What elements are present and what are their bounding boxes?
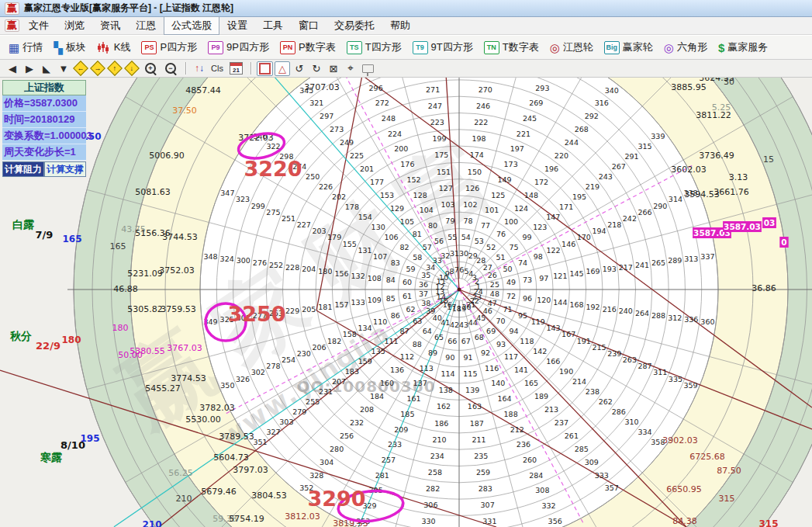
P四方形-icon: PS: [141, 41, 157, 54]
presentation-button[interactable]: [360, 61, 376, 76]
svg-text:221: 221: [517, 130, 530, 138]
calc-support-button[interactable]: 计算支撑: [44, 161, 86, 177]
nav-right-button[interactable]: ▶: [22, 61, 37, 76]
nav-up-button[interactable]: ◣: [39, 61, 54, 76]
menu-logo-icon: 赢: [5, 19, 19, 32]
menu-item-设置[interactable]: 设置: [219, 16, 255, 35]
svg-text:100: 100: [504, 217, 518, 226]
toolbar-button-六角形[interactable]: ◎六角形: [658, 39, 713, 56]
gann-wheel-canvas[interactable]: 赢家财富www.yingjiaQQ:1008003601234567891011…: [0, 0, 812, 527]
svg-text:126: 126: [465, 184, 479, 192]
menu-item-工具[interactable]: 工具: [255, 16, 291, 35]
svg-text:254: 254: [282, 355, 295, 364]
clear-button[interactable]: Cls: [209, 61, 226, 76]
nav-down-button[interactable]: ▼: [56, 61, 71, 76]
svg-text:3811.22: 3811.22: [696, 110, 731, 120]
板块-icon: ▚: [54, 42, 63, 54]
calc-resistance-button[interactable]: 计算阻力: [2, 161, 44, 177]
svg-text:53: 53: [475, 237, 484, 245]
toolbar-button-江恩轮[interactable]: ◎江恩轮: [544, 39, 599, 56]
svg-text:176: 176: [400, 160, 414, 168]
六角形-icon: ◎: [664, 42, 674, 54]
svg-text:196: 196: [544, 165, 558, 173]
svg-text:57: 57: [423, 243, 432, 251]
menu-item-江恩[interactable]: 江恩: [128, 16, 164, 35]
pan-left-button[interactable]: ←: [73, 61, 88, 76]
toolbar-button-赢家服务[interactable]: $赢家服务: [713, 39, 773, 56]
draw-square-button[interactable]: [257, 61, 273, 76]
svg-text:292: 292: [585, 112, 599, 120]
menu-item-资讯[interactable]: 资讯: [92, 16, 128, 35]
svg-text:114: 114: [441, 369, 455, 378]
svg-text:163: 163: [468, 402, 482, 411]
calendar-button[interactable]: 21: [227, 61, 245, 76]
svg-text:秋分: 秋分: [9, 330, 32, 342]
svg-text:67: 67: [461, 337, 471, 345]
svg-text:5530.00: 5530.00: [185, 414, 221, 425]
svg-text:68: 68: [475, 333, 484, 342]
rotate-cw-button[interactable]: ↻: [309, 61, 324, 76]
svg-text:120: 120: [537, 296, 551, 304]
toolbar-button-P四方形[interactable]: PSP四方形: [136, 39, 202, 56]
rotate-ccw-button[interactable]: ↺: [292, 61, 307, 76]
svg-text:339: 339: [651, 132, 665, 140]
svg-text:175: 175: [434, 151, 448, 159]
menu-item-交易委托[interactable]: 交易委托: [327, 16, 382, 35]
svg-text:192: 192: [586, 303, 600, 311]
svg-text:108: 108: [368, 274, 382, 283]
svg-text:316: 316: [595, 99, 609, 107]
svg-text:70: 70: [496, 317, 506, 325]
svg-text:161: 161: [406, 394, 420, 403]
toolbar-label: P数字表: [299, 40, 336, 54]
svg-text:5604.73: 5604.73: [213, 452, 249, 463]
info-row-1: 时间=20180129: [2, 112, 86, 128]
center-view-button[interactable]: ⌖: [343, 61, 358, 76]
svg-text:96: 96: [523, 294, 532, 303]
toolbar-button-9P四方形[interactable]: P99P四方形: [202, 39, 275, 56]
svg-text:69: 69: [486, 327, 496, 335]
svg-text:115: 115: [463, 369, 477, 378]
zoom-out-button[interactable]: −: [161, 61, 180, 76]
svg-text:315: 315: [719, 494, 735, 504]
toolbar-button-T数字表[interactable]: TNT数字表: [479, 39, 544, 56]
info-panel: 上证指数 价格=3587.0300时间=20180129变换系数=1.00000…: [2, 80, 86, 177]
pan-down-icon: ↓: [124, 61, 140, 76]
svg-text:3885.95: 3885.95: [671, 82, 707, 92]
draw-triangle-button[interactable]: △: [275, 61, 290, 76]
pan-up-button[interactable]: ↑: [107, 61, 123, 76]
svg-text:208: 208: [360, 405, 374, 414]
svg-text:270: 270: [479, 85, 492, 94]
toolbar-button-T四方形[interactable]: TST四方形: [341, 39, 407, 56]
menu-item-浏览[interactable]: 浏览: [57, 16, 92, 35]
updown-marker-button[interactable]: ↑↓: [192, 61, 207, 76]
toolbar-button-P数字表[interactable]: PNP数字表: [275, 39, 341, 56]
svg-text:78: 78: [464, 217, 473, 225]
svg-text:113: 113: [420, 364, 434, 373]
svg-text:92: 92: [481, 348, 490, 357]
nav-left-button[interactable]: ◀: [5, 61, 20, 76]
svg-text:356: 356: [548, 517, 562, 525]
svg-text:212: 212: [510, 425, 524, 434]
svg-text:119: 119: [531, 317, 545, 326]
svg-text:173: 173: [504, 160, 518, 168]
toolbar-button-K线[interactable]: K线: [92, 39, 136, 56]
svg-text:169: 169: [586, 267, 600, 276]
svg-text:149: 149: [497, 175, 511, 184]
toolbar-button-9T四方形[interactable]: T99T四方形: [407, 39, 479, 56]
pan-right-button[interactable]: →: [90, 61, 105, 76]
toolbar-button-板块[interactable]: ▚板块: [48, 39, 92, 56]
delete-box-button[interactable]: ⊠: [326, 61, 341, 76]
svg-text:336: 336: [684, 315, 698, 324]
pan-down-button[interactable]: ↓: [124, 61, 140, 76]
svg-text:46.88: 46.88: [113, 284, 138, 294]
svg-text:180: 180: [112, 323, 129, 333]
toolbar-button-赢家轮[interactable]: Big赢家轮: [599, 39, 658, 56]
zoom-in-button[interactable]: +: [141, 61, 160, 76]
menu-item-帮助[interactable]: 帮助: [382, 16, 418, 35]
svg-text:154: 154: [358, 213, 372, 221]
svg-text:229: 229: [285, 307, 299, 315]
menu-item-公式选股[interactable]: 公式选股: [164, 16, 219, 35]
menu-item-文件[interactable]: 文件: [21, 16, 57, 35]
menu-item-窗口[interactable]: 窗口: [291, 16, 327, 35]
toolbar-button-行情[interactable]: ▦行情: [3, 39, 48, 56]
